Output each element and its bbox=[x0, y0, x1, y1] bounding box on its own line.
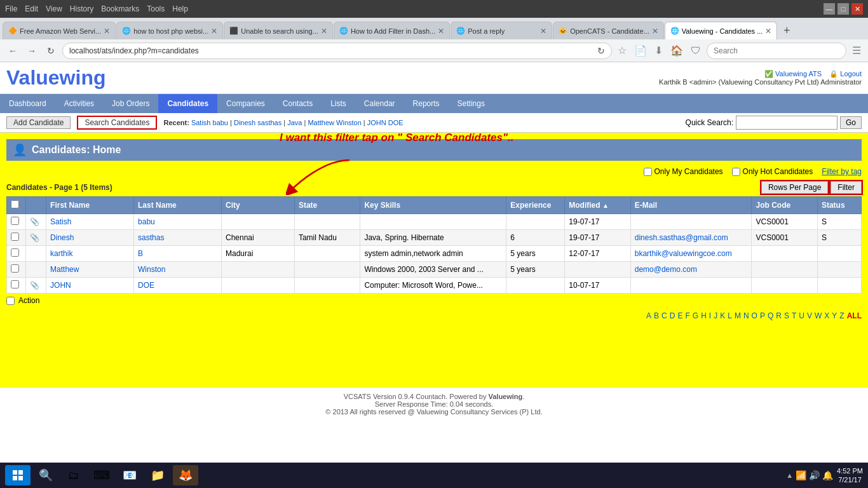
alpha-nav-G[interactable]: G bbox=[693, 311, 698, 320]
only-hot-candidates-checkbox[interactable] bbox=[732, 168, 740, 176]
only-my-candidates-checkbox[interactable] bbox=[644, 168, 652, 176]
taskbar-folder[interactable]: 📁 bbox=[145, 465, 170, 485]
taskbar-firefox[interactable]: 🦊 bbox=[173, 465, 198, 485]
tab-close-4[interactable]: ✕ bbox=[438, 27, 444, 36]
select-all-checkbox[interactable] bbox=[11, 200, 19, 208]
row-fname-4[interactable]: JOHN bbox=[46, 278, 134, 294]
rows-per-page-button[interactable]: Rows Per Page bbox=[761, 181, 828, 194]
alpha-nav-Q[interactable]: Q bbox=[768, 311, 773, 320]
alpha-nav-X[interactable]: X bbox=[824, 311, 829, 320]
start-button[interactable] bbox=[5, 465, 31, 485]
back-button[interactable]: ← bbox=[5, 43, 20, 58]
row-lname-1[interactable]: sasthas bbox=[134, 230, 222, 246]
url-reload-icon[interactable]: ↻ bbox=[597, 46, 605, 56]
col-header-lastname[interactable]: Last Name bbox=[134, 197, 222, 214]
browser-tab-2[interactable]: 🌐 how to host php websi... ✕ bbox=[116, 22, 223, 39]
alpha-nav-J[interactable]: J bbox=[714, 311, 717, 320]
forward-button[interactable]: → bbox=[24, 43, 39, 58]
recent-satish[interactable]: Satish babu bbox=[191, 119, 228, 126]
alpha-nav-O[interactable]: O bbox=[752, 311, 757, 320]
alpha-nav-U[interactable]: U bbox=[799, 311, 804, 320]
alpha-nav-M[interactable]: M bbox=[735, 311, 741, 320]
menu-bookmarks[interactable]: Bookmarks bbox=[101, 4, 139, 13]
recent-java[interactable]: Java bbox=[287, 119, 302, 126]
row-email-2[interactable]: bkarthik@valuewingcoe.com bbox=[630, 246, 752, 262]
alpha-nav-F[interactable]: F bbox=[685, 311, 689, 320]
col-header-skills[interactable]: Key Skills bbox=[360, 197, 506, 214]
tray-volume[interactable]: 🔊 bbox=[809, 470, 820, 480]
menu-view[interactable]: View bbox=[46, 4, 62, 13]
window-controls[interactable]: — □ ✕ bbox=[824, 3, 863, 15]
row-check-1[interactable] bbox=[7, 230, 26, 246]
tray-network[interactable]: 📶 bbox=[796, 470, 806, 480]
row-lname-0[interactable]: babu bbox=[134, 214, 222, 230]
browser-tab-1[interactable]: 🔶 Free Amazon Web Servi... ✕ bbox=[3, 22, 116, 39]
row-fname-0[interactable]: Satish bbox=[46, 214, 134, 230]
only-my-candidates-label[interactable]: Only My Candidates bbox=[644, 167, 723, 176]
maximize-button[interactable]: □ bbox=[837, 3, 849, 15]
recent-dinesh[interactable]: Dinesh sasthas bbox=[234, 119, 281, 126]
shield-icon[interactable]: 🛡 bbox=[691, 45, 701, 57]
menu-tools[interactable]: Tools bbox=[147, 4, 165, 13]
row-email-4[interactable] bbox=[630, 278, 752, 294]
row-lname-4[interactable]: DOE bbox=[134, 278, 222, 294]
tab-close-6[interactable]: ✕ bbox=[652, 27, 658, 36]
row-check-3[interactable] bbox=[7, 262, 26, 278]
taskbar-terminal[interactable]: ⌨ bbox=[89, 465, 114, 485]
reload-button[interactable]: ↻ bbox=[43, 43, 58, 58]
only-hot-candidates-label[interactable]: Only Hot Candidates bbox=[732, 167, 813, 176]
alpha-nav-Y[interactable]: Y bbox=[832, 311, 837, 320]
col-header-status[interactable]: Status bbox=[817, 197, 861, 214]
nav-calendar[interactable]: Calendar bbox=[355, 94, 404, 113]
row-lname-2[interactable]: B bbox=[134, 246, 222, 262]
alpha-nav-Z[interactable]: Z bbox=[839, 311, 844, 320]
menu-history[interactable]: History bbox=[70, 4, 93, 13]
row-email-1[interactable]: dinesh.sasthas@gmail.com bbox=[630, 230, 752, 246]
download-icon[interactable]: ⬇ bbox=[654, 44, 663, 57]
filter-button[interactable]: Filter bbox=[831, 181, 862, 194]
alpha-nav-E[interactable]: E bbox=[677, 311, 682, 320]
browser-tab-6[interactable]: 🐱 OpenCATS - Candidate... ✕ bbox=[553, 22, 664, 39]
footer-brand[interactable]: Valuewing bbox=[489, 393, 523, 400]
tray-up-arrow[interactable]: ▲ bbox=[786, 471, 793, 479]
alpha-nav-K[interactable]: K bbox=[720, 311, 725, 320]
filter-by-tag-button[interactable]: Filter by tag bbox=[822, 167, 862, 176]
nav-lists[interactable]: Lists bbox=[322, 94, 355, 113]
nav-candidates[interactable]: Candidates bbox=[158, 94, 217, 113]
tab-close-7[interactable]: ✕ bbox=[765, 27, 771, 36]
menu-help[interactable]: Help bbox=[172, 4, 188, 13]
quick-search-input[interactable] bbox=[736, 116, 837, 130]
action-checkbox[interactable] bbox=[6, 297, 15, 305]
row-email-0[interactable] bbox=[630, 214, 752, 230]
row-check-2[interactable] bbox=[7, 246, 26, 262]
new-tab-button[interactable]: + bbox=[778, 22, 796, 39]
col-header-state[interactable]: State bbox=[294, 197, 360, 214]
url-bar[interactable]: localhost/ats/index.php?m=candidates ↻ bbox=[62, 43, 612, 59]
alpha-nav-S[interactable]: S bbox=[784, 311, 789, 320]
nav-reports[interactable]: Reports bbox=[404, 94, 449, 113]
alpha-nav-ALL[interactable]: ALL bbox=[847, 311, 862, 320]
tab-close-5[interactable]: ✕ bbox=[540, 27, 546, 36]
bookmark-star-icon[interactable]: ☆ bbox=[618, 44, 627, 57]
browser-search-input[interactable] bbox=[707, 43, 846, 59]
logout-link[interactable]: 🔒 Logout bbox=[829, 70, 862, 78]
alpha-nav-L[interactable]: L bbox=[728, 311, 732, 320]
add-candidate-button[interactable]: Add Candidate bbox=[6, 116, 71, 129]
alpha-nav-V[interactable]: V bbox=[807, 311, 812, 320]
nav-settings[interactable]: Settings bbox=[449, 94, 494, 113]
row-fname-2[interactable]: karthik bbox=[46, 246, 134, 262]
tab-close-3[interactable]: ✕ bbox=[321, 27, 327, 36]
alpha-nav-I[interactable]: I bbox=[709, 311, 711, 320]
row-fname-3[interactable]: Matthew bbox=[46, 262, 134, 278]
reader-icon[interactable]: 📄 bbox=[634, 44, 647, 57]
alpha-nav-N[interactable]: N bbox=[743, 311, 749, 320]
go-button[interactable]: Go bbox=[840, 116, 862, 129]
browser-tab-4[interactable]: 🌐 How to Add Filter in Dash... ✕ bbox=[334, 22, 450, 39]
search-candidates-button[interactable]: Search Candidates bbox=[77, 116, 157, 130]
menu-icon[interactable]: ☰ bbox=[852, 44, 861, 57]
taskbar-file-explorer[interactable]: 🗂 bbox=[61, 465, 86, 485]
alpha-nav-R[interactable]: R bbox=[776, 311, 782, 320]
tray-notification[interactable]: 🔔 bbox=[822, 470, 833, 480]
home-icon[interactable]: 🏠 bbox=[670, 44, 683, 57]
nav-job-orders[interactable]: Job Orders bbox=[103, 94, 158, 113]
